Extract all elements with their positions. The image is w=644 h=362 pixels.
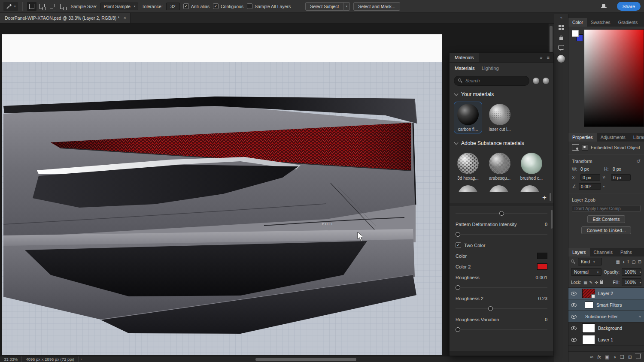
visibility-toggle[interactable] (568, 299, 579, 311)
two-color-checkbox[interactable]: ✓ Two Color (456, 240, 547, 250)
intersect-selection-icon[interactable] (58, 2, 67, 11)
document-tab[interactable]: DoorPanel-WIP-XTAON.psd @ 33.3% (Layer 2… (0, 13, 131, 23)
tab-channels[interactable]: Channels (590, 248, 617, 256)
adjustment-layer-icon[interactable]: ◑ (613, 355, 616, 359)
fill-dropdown[interactable]: 100% ▾ (622, 278, 641, 286)
blend-mode-dropdown[interactable]: Normal ▾ (571, 268, 601, 276)
visibility-toggle[interactable] (568, 323, 579, 334)
collapse-dock-icon[interactable]: « (560, 15, 562, 20)
select-subject-button[interactable]: Select Subject (305, 2, 343, 11)
tab-patterns[interactable]: Patterns (641, 18, 644, 27)
tab-properties[interactable]: Properties (568, 133, 597, 142)
material-brushed[interactable]: brushed c... (517, 151, 546, 182)
substance-materials-section-header[interactable]: Adobe Substance materials (450, 136, 553, 150)
pattern-deformation-value[interactable]: 0 (545, 222, 547, 227)
layer-effects-icon[interactable]: fx (597, 355, 601, 359)
color-swatch[interactable] (537, 253, 547, 259)
rotation-field[interactable]: 0.00° (579, 183, 601, 190)
delete-layer-icon[interactable] (636, 354, 641, 360)
layer-row-background[interactable]: Background (568, 323, 644, 334)
materials-scrollbar-thumb[interactable] (550, 193, 551, 201)
layer-row-layer-2[interactable]: Layer 2 (568, 288, 644, 299)
layer-name[interactable]: Smart Filters (596, 302, 622, 308)
tab-close-icon[interactable]: × (123, 15, 126, 21)
contiguous-checkbox[interactable]: ✓ Contiguous (213, 3, 243, 9)
filter-blend-options-icon[interactable]: ≈ (639, 314, 641, 319)
materials-sphere-icon[interactable] (557, 55, 565, 63)
visibility-toggle[interactable] (568, 311, 579, 322)
width-value[interactable]: 0 px (580, 166, 602, 172)
material-arabesque[interactable]: arabesqu... (486, 151, 514, 182)
filter-smart-objects-icon[interactable]: ⊡ (638, 259, 641, 264)
smart-filter-mask-thumbnail[interactable] (585, 302, 593, 308)
roughness-slider[interactable] (456, 284, 547, 292)
layer-name[interactable]: Background (598, 326, 622, 331)
layer-thumbnail[interactable] (582, 323, 595, 333)
layer-filter-kind-dropdown[interactable]: Kind ▾ (578, 258, 602, 265)
x-position-field[interactable]: 0 px (580, 174, 600, 181)
status-expand-icon[interactable]: › (81, 357, 82, 361)
lock-image-pixels-icon[interactable]: ✎ (589, 280, 592, 285)
foreground-color-chip[interactable] (572, 30, 579, 37)
tolerance-input[interactable] (166, 3, 180, 10)
comments-icon[interactable] (558, 45, 564, 50)
select-subject-options-chevron[interactable]: ▾ (343, 2, 350, 11)
filter-type-layers-icon[interactable]: T (627, 259, 629, 264)
pattern-deformation-slider[interactable] (456, 231, 547, 238)
reset-transform-icon[interactable]: ↺ (636, 159, 641, 164)
zoom-level[interactable]: 33.33% (0, 357, 21, 362)
materials-search-input[interactable]: Search (454, 76, 529, 86)
visibility-toggle[interactable] (568, 334, 579, 345)
roughness-variation-value[interactable]: 0 (545, 317, 547, 322)
tab-lighting[interactable]: Lighting (482, 66, 499, 71)
tab-adjustments[interactable]: Adjustments (597, 133, 629, 142)
filter-pixel-layers-icon[interactable]: ▦ (616, 259, 620, 264)
subtract-from-selection-icon[interactable] (48, 2, 57, 11)
foreground-background-chips[interactable] (572, 30, 583, 41)
lock-icon[interactable] (559, 37, 563, 40)
material-3d-hexagon[interactable]: 3d hexag... (454, 151, 482, 182)
select-and-mask-button[interactable]: Select and Mask... (353, 2, 400, 11)
tab-libraries[interactable]: Libraries (629, 133, 644, 142)
materials-panel-header[interactable]: Materials » ≡ (450, 53, 553, 63)
height-value[interactable]: 0 px (613, 166, 634, 172)
your-materials-section-header[interactable]: Your materials (450, 87, 553, 101)
filter-adjustment-layers-icon[interactable]: ◑ (622, 259, 625, 264)
lock-position-icon[interactable]: ✛ (595, 280, 598, 285)
blocks-icon[interactable] (559, 25, 564, 30)
layer-comp-dropdown[interactable]: Don't Apply Layer Comp (572, 205, 641, 212)
horizontal-scrollbar-thumb[interactable] (255, 358, 356, 361)
tab-materials[interactable]: Materials (455, 66, 475, 71)
magic-wand-tool-button[interactable]: ▾ (3, 2, 18, 11)
layer-mask-icon[interactable]: ▣ (605, 355, 609, 359)
sample-size-dropdown[interactable]: Point Sample ▾ (100, 3, 138, 10)
y-position-field[interactable]: 0 px (611, 174, 631, 181)
material-library-icon[interactable] (543, 78, 549, 84)
slider-knob[interactable] (488, 306, 493, 311)
roughness2-value[interactable]: 0.23 (538, 296, 547, 301)
add-material-button[interactable]: + (542, 194, 547, 201)
sample-all-layers-checkbox[interactable]: ✓ Sample All Layers (247, 3, 291, 9)
collapse-to-icons-icon[interactable]: » (540, 55, 542, 60)
lock-all-icon[interactable] (600, 281, 603, 284)
link-layers-icon[interactable]: ∞ (590, 355, 593, 359)
layer-name[interactable]: Layer 1 (598, 337, 613, 342)
slider-knob[interactable] (456, 327, 460, 332)
tab-color[interactable]: Color (568, 18, 587, 27)
parameters-scrollbar-thumb[interactable] (551, 210, 553, 229)
layer-row-substance-filter[interactable]: Substance Filter ≈ (568, 311, 644, 323)
panel-divider[interactable] (450, 203, 553, 206)
layer-thumbnail[interactable] (582, 289, 595, 298)
share-button[interactable]: Share (617, 2, 641, 11)
layer-row-smart-filters[interactable]: Smart Filters (568, 299, 644, 311)
add-to-selection-icon[interactable] (37, 2, 47, 11)
layer-name[interactable]: Substance Filter (585, 314, 618, 319)
parameter-slider[interactable] (456, 210, 547, 217)
tab-swatches[interactable]: Swatches (587, 18, 614, 27)
layer-row-layer-1[interactable]: Layer 1 (568, 334, 644, 346)
new-layer-icon[interactable]: ⊞ (628, 355, 632, 359)
new-selection-icon[interactable] (27, 2, 36, 11)
slider-knob[interactable] (456, 285, 460, 290)
panel-menu-icon[interactable]: ≡ (547, 55, 550, 60)
color2-swatch[interactable] (537, 263, 547, 270)
